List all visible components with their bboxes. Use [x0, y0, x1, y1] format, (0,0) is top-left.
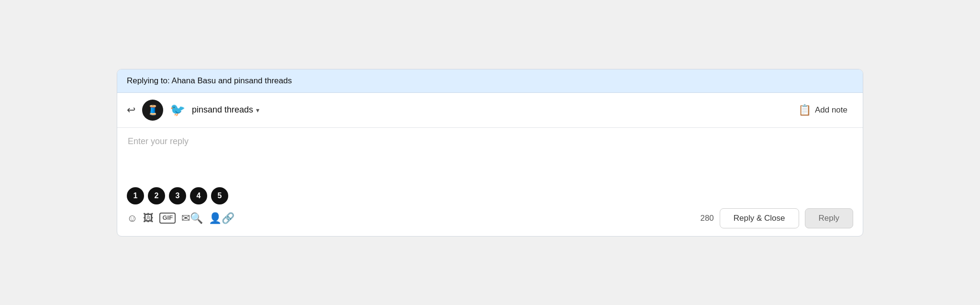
twitter-icon: 🐦: [170, 102, 185, 117]
avatar-icon: 🧵: [147, 104, 159, 116]
gif-icon[interactable]: GIF: [159, 213, 176, 224]
reply-banner-text: Replying to: Ahana Basu and pinsand thre…: [127, 76, 292, 85]
avatar: 🧵: [142, 100, 163, 121]
emoji-icon[interactable]: ☺: [127, 212, 137, 225]
mention-link-icon[interactable]: 👤🔗: [209, 212, 234, 225]
reply-button[interactable]: Reply: [805, 208, 853, 228]
bubble-2[interactable]: 2: [148, 187, 165, 204]
bubble-3[interactable]: 3: [169, 187, 186, 204]
note-icon: 📋: [798, 104, 811, 116]
reply-textarea[interactable]: [128, 136, 852, 180]
add-note-button[interactable]: 📋 Add note: [792, 101, 853, 119]
bottom-actions-row: ☺ 🖼 GIF ✉🔍 👤🔗 280 Reply & Close Reply: [117, 208, 863, 236]
mail-search-icon[interactable]: ✉🔍: [181, 212, 203, 225]
account-selector[interactable]: pinsand threads ▾: [192, 105, 259, 115]
textarea-area: [117, 128, 863, 187]
add-note-label: Add note: [815, 105, 847, 115]
reply-banner: Replying to: Ahana Basu and pinsand thre…: [117, 69, 863, 93]
reply-toolbar: ↩ 🧵 🐦 pinsand threads ▾ 📋 Add note: [117, 93, 863, 128]
bubble-row: 1 2 3 4 5: [117, 187, 863, 208]
account-name: pinsand threads: [192, 105, 253, 115]
bubble-1[interactable]: 1: [127, 187, 144, 204]
reply-panel: Replying to: Ahana Basu and pinsand thre…: [117, 69, 863, 237]
image-icon[interactable]: 🖼: [143, 212, 154, 225]
char-count: 280: [700, 214, 713, 223]
reply-close-button[interactable]: Reply & Close: [720, 208, 799, 228]
back-icon[interactable]: ↩: [127, 104, 135, 116]
chevron-down-icon: ▾: [256, 106, 259, 114]
bubble-5[interactable]: 5: [211, 187, 228, 204]
bubble-4[interactable]: 4: [190, 187, 207, 204]
